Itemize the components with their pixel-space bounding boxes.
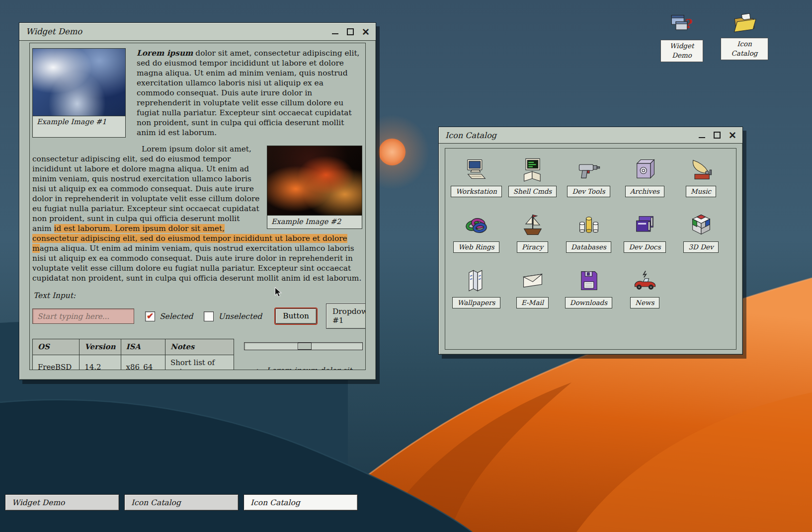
icon-label: Archives: [625, 186, 664, 197]
piracy-icon: [520, 212, 546, 238]
example-image-2-frame: Example Image #2: [267, 146, 362, 229]
icon-label: Web Rings: [453, 241, 499, 253]
taskbar-button-icon-catalog[interactable]: Icon Catalog: [124, 494, 239, 511]
checkbox-label: Selected: [160, 312, 193, 321]
catalog-item-dev-tools[interactable]: Dev Tools: [561, 156, 617, 212]
folder-icon: [731, 9, 758, 35]
icon-label: Downloads: [565, 297, 612, 308]
dropdown-1[interactable]: Dropdown #1: [326, 304, 366, 329]
checkbox-unselected[interactable]: Unselected: [204, 311, 262, 321]
table-cell: x86_64: [121, 355, 165, 370]
table-row: FreeBSD 14.2 x86_64 Short list of notes.: [33, 355, 234, 370]
dev-tools-icon: [576, 156, 602, 182]
icon-label: 3D Dev: [683, 241, 718, 253]
taskbar-button-icon-catalog-active[interactable]: Icon Catalog: [244, 494, 358, 511]
icon-label: Workstation: [451, 186, 502, 197]
image-caption: Example Image #2: [267, 216, 362, 228]
column-header: ISA: [121, 339, 165, 355]
icon-label: Dev Docs: [624, 241, 665, 253]
mouse-cursor-icon: [274, 287, 283, 297]
check-icon: ✔: [147, 312, 154, 320]
widget-demo-window: Widget Demo ✕ Example Image #1 Lorem ips…: [19, 22, 376, 380]
icon-label: Dev Tools: [567, 186, 610, 197]
icon-label: Databases: [566, 241, 611, 253]
demo-button[interactable]: Button: [275, 308, 317, 324]
checkbox-box-checked[interactable]: ✔: [145, 311, 155, 321]
icon-label: Piracy: [517, 241, 548, 253]
example-image-1-frame: Example Image #1: [32, 48, 126, 138]
text-input-label: Text Input:: [33, 291, 363, 300]
desktop-icon-widget-demo[interactable]: ? Widget Demo: [658, 11, 706, 62]
icon-label: E-Mail: [516, 297, 549, 308]
email-icon: [520, 268, 546, 294]
databases-icon: [576, 212, 602, 238]
window-title: Icon Catalog: [445, 131, 496, 140]
minimize-icon[interactable]: [330, 27, 340, 37]
paragraph-text: dolor sit amet, consectetur adipiscing e…: [137, 49, 360, 137]
shell-cmds-icon: [520, 156, 546, 182]
dev-docs-icon: [632, 212, 658, 238]
minimize-icon[interactable]: [697, 130, 707, 140]
text-input[interactable]: [32, 308, 134, 324]
slider-track[interactable]: [244, 342, 363, 350]
catalog-item-wallpapers[interactable]: Wallpapers: [448, 268, 504, 323]
icon-label: Shell Cmds: [508, 186, 557, 197]
column-header: Notes: [165, 339, 234, 355]
desktop-icon-icon-catalog[interactable]: Icon Catalog: [721, 9, 768, 60]
widget-demo-app-icon: ?: [669, 11, 695, 37]
widget-demo-content: Example Image #1 Lorem ipsum dolor sit a…: [29, 43, 366, 370]
os-table: OS Version ISA Notes FreeBSD 14.2 x86_64…: [32, 339, 234, 370]
checkbox-label: Unselected: [218, 312, 262, 321]
wallpapers-icon: [464, 268, 489, 294]
table-cell: Short list of notes.: [165, 355, 234, 370]
close-icon[interactable]: ✕: [361, 27, 371, 37]
table-header-row: OS Version ISA Notes: [33, 339, 234, 355]
catalog-item-email[interactable]: E-Mail: [504, 268, 561, 323]
catalog-item-music[interactable]: Music: [673, 156, 729, 212]
list-item: ◇ Lorem ipsum dolor sit amet?: [244, 366, 363, 370]
column-header: Version: [80, 339, 121, 355]
window-title: Widget Demo: [26, 27, 82, 36]
example-image-1: [33, 49, 125, 116]
catalog-item-databases[interactable]: Databases: [561, 212, 617, 268]
music-icon: [688, 156, 714, 182]
icon-label: Wallpapers: [452, 297, 500, 308]
widget-demo-titlebar[interactable]: Widget Demo ✕: [19, 23, 376, 41]
catalog-item-downloads[interactable]: Downloads: [561, 268, 617, 323]
icon-catalog-content: Workstation Shell Cmds: [445, 148, 736, 350]
icon-label: News: [630, 297, 659, 308]
catalog-item-news[interactable]: News: [617, 268, 673, 323]
catalog-item-dev-docs[interactable]: Dev Docs: [617, 212, 673, 268]
icon-catalog-titlebar[interactable]: Icon Catalog ✕: [439, 127, 742, 144]
taskbar-button-widget-demo[interactable]: Widget Demo: [5, 494, 119, 511]
paragraph-lead: Lorem ipsum: [137, 49, 193, 58]
catalog-item-workstation[interactable]: Workstation: [448, 156, 504, 212]
desktop-icon-label: Widget Demo: [660, 40, 703, 62]
maximize-icon[interactable]: [345, 27, 355, 37]
3d-dev-icon: [688, 212, 714, 238]
downloads-icon: [576, 268, 602, 294]
catalog-item-web-rings[interactable]: Web Rings: [448, 212, 504, 268]
workstation-icon: [464, 156, 489, 182]
catalog-item-3d-dev[interactable]: 3D Dev: [673, 212, 729, 268]
paragraph-2: Example Image #2 Lorem ipsum dolor sit a…: [32, 144, 363, 283]
news-icon: [632, 268, 658, 294]
archives-icon: [632, 156, 658, 182]
column-header: OS: [33, 339, 80, 355]
web-rings-icon: [464, 212, 489, 238]
dropdown-selected-value: Dropdown #1: [332, 307, 366, 325]
paragraph-text: Lorem ipsum dolor sit amet, consectetur …: [32, 145, 259, 233]
paragraph-1: Lorem ipsum dolor sit amet, consectetur …: [126, 48, 363, 138]
checkbox-selected[interactable]: ✔ Selected: [145, 311, 193, 321]
catalog-item-archives[interactable]: Archives: [617, 156, 673, 212]
slider-handle[interactable]: [298, 343, 312, 350]
maximize-icon[interactable]: [712, 130, 722, 140]
desktop-icon-label: Icon Catalog: [721, 38, 768, 60]
catalog-item-piracy[interactable]: Piracy: [504, 212, 561, 268]
catalog-item-shell-cmds[interactable]: Shell Cmds: [504, 156, 561, 212]
paragraph-text: agna aliqua. Ut enim ad minim veniam, qu…: [32, 244, 361, 283]
image-caption: Example Image #1: [33, 116, 125, 128]
checkbox-box-unchecked[interactable]: [204, 311, 214, 321]
close-icon[interactable]: ✕: [728, 130, 737, 140]
desktop: ? Widget Demo Icon Catalog Widget Demo ✕: [0, 0, 812, 532]
